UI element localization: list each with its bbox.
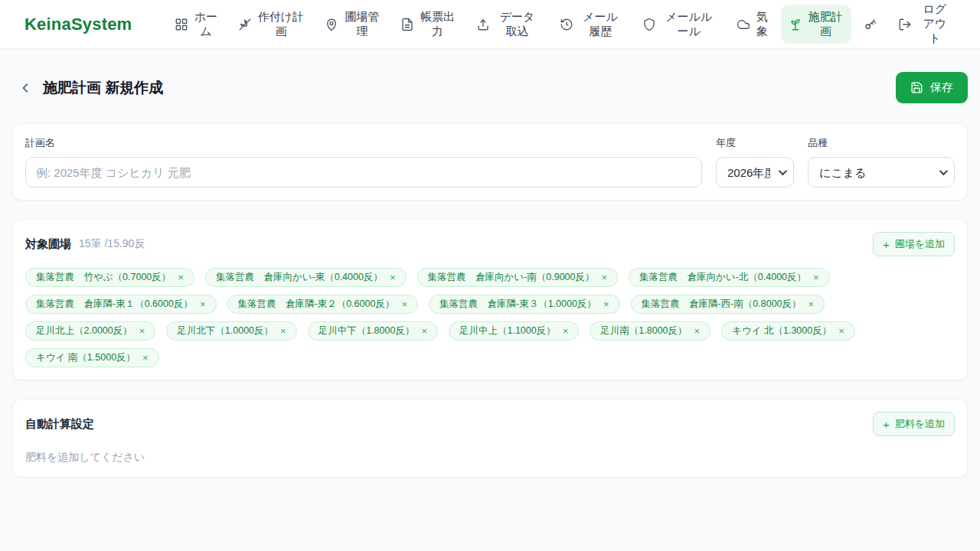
variety-select[interactable]: にこまる bbox=[808, 157, 955, 187]
nav-item-logout[interactable]: ログアウト bbox=[890, 0, 960, 51]
grid-icon bbox=[175, 18, 188, 31]
field-tag-label: 足川南（1.8000反） bbox=[600, 324, 687, 337]
plan-form-card: 計画名 年度 2026年度 品種 にこまる bbox=[12, 123, 968, 201]
field-tag: 足川北下（1.0000反）× bbox=[166, 321, 296, 341]
nav-item-weather[interactable]: 気象 bbox=[729, 5, 776, 44]
field-tag-label: 集落営農 倉庫向かい-南（0.9000反） bbox=[428, 271, 595, 284]
remove-tag-icon[interactable]: × bbox=[813, 272, 819, 282]
field-tag-label: 集落営農 倉庫隣-東２（0.6000反） bbox=[238, 298, 395, 311]
document-icon bbox=[400, 18, 414, 31]
field-tag-label: 足川北下（1.0000反） bbox=[177, 324, 273, 337]
nav-label: ホーム bbox=[194, 10, 217, 39]
remove-tag-icon[interactable]: × bbox=[390, 272, 396, 282]
field-tag: 足川中下（1.8000反）× bbox=[308, 321, 438, 341]
nav-label: メールルール bbox=[662, 10, 717, 39]
field-tag-label: 集落営農 倉庫向かい-東（0.4000反） bbox=[216, 271, 383, 284]
back-button[interactable] bbox=[12, 75, 38, 101]
save-button-label: 保存 bbox=[930, 80, 953, 95]
app-logo[interactable]: KeinaSystem bbox=[24, 15, 132, 34]
fertilizer-empty-message: 肥料を追加してください bbox=[25, 451, 955, 465]
add-field-button[interactable]: + 圃場を追加 bbox=[873, 232, 955, 256]
variety-field-group: 品種 にこまる bbox=[808, 136, 955, 187]
remove-tag-icon[interactable]: × bbox=[200, 299, 206, 309]
target-fields-title: 対象圃場 bbox=[25, 237, 71, 252]
field-tag-label: 集落営農 倉庫隣-東１（0.6000反） bbox=[36, 298, 193, 311]
field-tag-label: 集落営農 倉庫向かい-北（0.4000反） bbox=[639, 271, 806, 284]
field-tag: キウイ 北（1.3000反）× bbox=[721, 321, 855, 341]
plus-icon: + bbox=[883, 239, 890, 250]
logout-icon bbox=[898, 18, 912, 31]
nav-item-home[interactable]: ホーム bbox=[167, 5, 225, 44]
add-fertilizer-button[interactable]: + 肥料を追加 bbox=[873, 412, 955, 436]
save-button[interactable]: 保存 bbox=[896, 72, 968, 103]
field-tag-label: 集落営農 倉庫隣-東３（1.0000反） bbox=[439, 298, 596, 311]
wheat-icon bbox=[238, 18, 252, 31]
field-tag: 集落営農 倉庫隣-東３（1.0000反）× bbox=[429, 295, 620, 314]
remove-tag-icon[interactable]: × bbox=[401, 299, 407, 309]
remove-tag-icon[interactable]: × bbox=[142, 353, 149, 363]
plan-name-input[interactable] bbox=[25, 157, 702, 187]
nav-item-mail-history[interactable]: メール履歴 bbox=[552, 5, 629, 44]
field-tag-label: 足川北上（2.0000反） bbox=[36, 324, 132, 337]
nav-label: 気象 bbox=[756, 10, 768, 39]
nav-label: 作付け計画 bbox=[257, 10, 305, 39]
field-tag: 集落営農 倉庫隣-東１（0.6000反）× bbox=[25, 295, 217, 314]
remove-tag-icon[interactable]: × bbox=[694, 326, 701, 336]
nav-label: メール履歴 bbox=[579, 10, 622, 39]
key-icon bbox=[864, 18, 877, 31]
field-tag: 足川北上（2.0000反）× bbox=[25, 321, 155, 341]
nav-label: 圃場管理 bbox=[344, 10, 380, 39]
year-select[interactable]: 2026年度 bbox=[716, 157, 794, 187]
field-tag: 足川南（1.8000反）× bbox=[590, 321, 710, 341]
field-tag: 集落営農 倉庫隣-西-南（0.8000反）× bbox=[631, 295, 825, 314]
nav-label: データ取込 bbox=[495, 10, 540, 39]
page-title-bar: 施肥計画 新規作成 保存 bbox=[12, 72, 968, 103]
year-field-group: 年度 2026年度 bbox=[716, 136, 794, 187]
nav-item-fertilization-plan[interactable]: 施肥計画 bbox=[781, 5, 851, 44]
save-icon bbox=[910, 81, 923, 94]
nav-item-report-output[interactable]: 帳票出力 bbox=[393, 5, 463, 44]
add-field-button-label: 圃場を追加 bbox=[895, 237, 945, 251]
nav-item-planting-plan[interactable]: 作付け計画 bbox=[230, 5, 312, 44]
nav-item-field-management[interactable]: 圃場管理 bbox=[317, 5, 387, 44]
add-fertilizer-button-label: 肥料を追加 bbox=[895, 417, 945, 431]
auto-calc-card: 自動計算設定 + 肥料を追加 肥料を追加してください bbox=[12, 399, 968, 478]
field-tag-label: 足川中上（1.1000反） bbox=[459, 324, 556, 337]
remove-tag-icon[interactable]: × bbox=[563, 326, 569, 336]
map-pin-icon bbox=[325, 18, 338, 31]
field-tag-label: キウイ 南（1.5000反） bbox=[36, 351, 136, 364]
history-icon bbox=[560, 18, 573, 31]
sprout-icon bbox=[789, 18, 802, 31]
remove-tag-icon[interactable]: × bbox=[603, 299, 609, 309]
cloud-icon bbox=[737, 18, 750, 31]
remove-tag-icon[interactable]: × bbox=[601, 272, 607, 282]
field-tag-label: 集落営農 倉庫隣-西-南（0.8000反） bbox=[642, 298, 802, 311]
field-tag: 足川中上（1.1000反）× bbox=[449, 321, 579, 341]
remove-tag-icon[interactable]: × bbox=[178, 272, 184, 282]
nav-item-data-import[interactable]: データ取込 bbox=[469, 5, 547, 44]
nav-item-mail-rules[interactable]: メールルール bbox=[635, 5, 724, 44]
field-tag-label: キウイ 北（1.3000反） bbox=[732, 324, 831, 337]
target-fields-card: 対象圃場 15筆 /15.90反 + 圃場を追加 集落営農 竹やぶ（0.7000… bbox=[12, 219, 968, 380]
remove-tag-icon[interactable]: × bbox=[838, 326, 844, 336]
remove-tag-icon[interactable]: × bbox=[808, 299, 815, 309]
page-title: 施肥計画 新規作成 bbox=[43, 78, 163, 98]
nav-label: ログアウト bbox=[917, 2, 952, 45]
plan-name-label: 計画名 bbox=[25, 136, 702, 150]
remove-tag-icon[interactable]: × bbox=[139, 326, 145, 336]
field-tag-label: 集落営農 竹やぶ（0.7000反） bbox=[36, 271, 171, 284]
plan-name-field-group: 計画名 bbox=[25, 136, 702, 187]
remove-tag-icon[interactable]: × bbox=[280, 326, 286, 336]
plus-icon: + bbox=[883, 419, 890, 430]
year-label: 年度 bbox=[716, 136, 794, 150]
field-tag-label: 足川中下（1.8000反） bbox=[318, 324, 415, 337]
field-tag: 集落営農 倉庫向かい-東（0.4000反）× bbox=[205, 268, 407, 287]
main-nav: ホーム 作付け計画 圃場管理 帳票出力 データ取込 bbox=[167, 0, 960, 51]
nav-item-api-key[interactable] bbox=[856, 12, 885, 37]
nav-label: 施肥計画 bbox=[808, 10, 844, 39]
field-tag: 集落営農 倉庫隣-東２（0.6000反）× bbox=[227, 295, 419, 314]
nav-label: 帳票出力 bbox=[420, 10, 456, 39]
remove-tag-icon[interactable]: × bbox=[421, 326, 427, 336]
auto-calc-title: 自動計算設定 bbox=[25, 417, 94, 432]
target-fields-summary: 15筆 /15.90反 bbox=[79, 237, 145, 251]
